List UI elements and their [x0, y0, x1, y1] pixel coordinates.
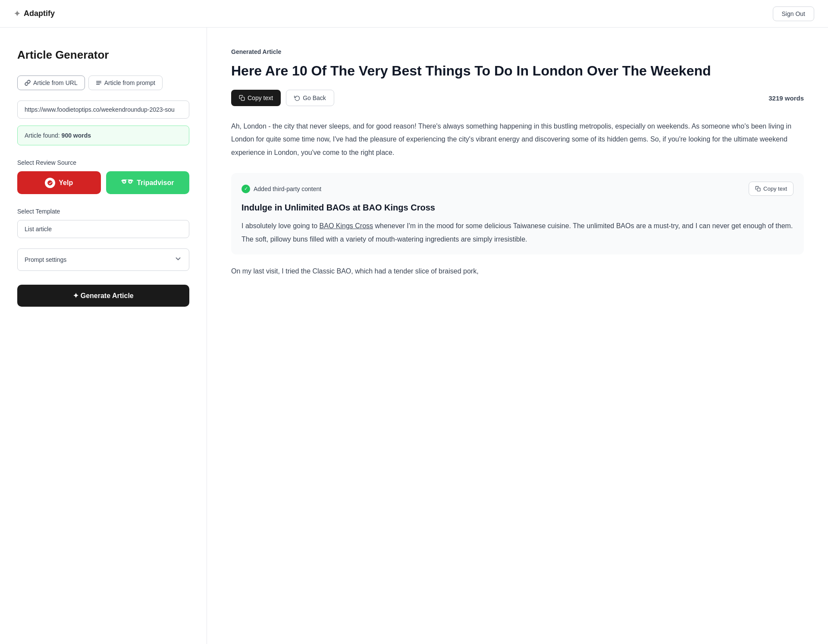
go-back-button[interactable]: Go Back [286, 90, 334, 106]
left-panel: Article Generator Article from URL Artic… [0, 28, 207, 644]
template-label: Select Template [17, 208, 189, 215]
app-header: ✦ Adaptify Sign Out [0, 0, 828, 28]
sign-out-button[interactable]: Sign Out [773, 6, 814, 21]
article-intro: Ah, London - the city that never sleeps,… [231, 120, 804, 159]
review-source-label: Select Review Source [17, 159, 189, 166]
go-back-icon [294, 95, 300, 101]
svg-rect-8 [757, 188, 760, 191]
section-heading: Indulge in Unlimited BAOs at BAO Kings C… [242, 203, 794, 213]
word-count: 3219 words [768, 94, 804, 102]
section-copy-icon [755, 186, 761, 192]
source-tabs: Article from URL Article from prompt [17, 75, 189, 90]
template-input[interactable] [17, 220, 189, 238]
tripadvisor-icon [121, 177, 133, 188]
tab-article-from-url[interactable]: Article from URL [17, 75, 85, 90]
third-party-header: ✓ Added third-party content Copy text [242, 182, 794, 196]
chevron-down-icon [174, 255, 182, 264]
copy-text-label: Copy text [248, 94, 273, 101]
panel-title: Article Generator [17, 48, 189, 62]
svg-rect-7 [241, 97, 245, 101]
generate-article-button[interactable]: ✦ Generate Article [17, 285, 189, 307]
url-input[interactable] [17, 101, 189, 119]
tab-article-from-prompt[interactable]: Article from prompt [88, 75, 163, 90]
tripadvisor-source-button[interactable]: Tripadvisor [106, 171, 190, 194]
third-party-badge-text: Added third-party content [254, 185, 321, 192]
lines-icon [96, 80, 102, 86]
bao-kings-cross-link[interactable]: BAO Kings Cross [320, 222, 373, 229]
review-sources: Yelp Tripadvisor [17, 171, 189, 194]
check-circle-icon: ✓ [242, 185, 250, 193]
action-bar: Copy text Go Back 3219 words [231, 90, 804, 106]
copy-icon [239, 95, 245, 101]
yelp-icon [45, 178, 55, 188]
prompt-settings-label: Prompt settings [25, 256, 66, 263]
article-title: Here Are 10 Of The Very Best Things To D… [231, 62, 804, 79]
tab-url-label: Article from URL [33, 79, 78, 86]
app-logo: ✦ Adaptify [14, 9, 55, 19]
yelp-source-button[interactable]: Yelp [17, 171, 101, 194]
yelp-label: Yelp [59, 179, 73, 187]
section-content: I absolutely love going to BAO Kings Cro… [242, 220, 794, 246]
copy-text-button[interactable]: Copy text [231, 90, 281, 106]
go-back-label: Go Back [303, 94, 326, 101]
url-input-wrapper [17, 101, 189, 119]
app-name: Adaptify [24, 9, 55, 18]
right-panel: Generated Article Here Are 10 Of The Ver… [207, 28, 828, 644]
action-buttons: Copy text Go Back [231, 90, 334, 106]
extra-content: On my last visit, I tried the Classic BA… [231, 265, 804, 278]
section-text-before-link: I absolutely love going to [242, 222, 320, 229]
prompt-settings-button[interactable]: Prompt settings [17, 248, 189, 271]
tripadvisor-label: Tripadvisor [137, 179, 174, 187]
section-copy-text-button[interactable]: Copy text [749, 182, 794, 196]
main-layout: Article Generator Article from URL Artic… [0, 28, 828, 644]
third-party-content-section: ✓ Added third-party content Copy text In… [231, 173, 804, 254]
logo-star-icon: ✦ [14, 9, 20, 19]
article-found-text: Article found: [25, 132, 62, 139]
section-copy-label: Copy text [763, 185, 787, 192]
article-found-words: 900 words [62, 132, 91, 139]
generated-article-label: Generated Article [231, 48, 804, 55]
article-found-message: Article found: 900 words [17, 126, 189, 145]
generate-button-label: ✦ Generate Article [73, 292, 133, 300]
template-section: Select Template [17, 208, 189, 238]
tab-prompt-label: Article from prompt [104, 79, 155, 86]
third-party-badge: ✓ Added third-party content [242, 185, 321, 193]
link-icon [25, 80, 31, 86]
